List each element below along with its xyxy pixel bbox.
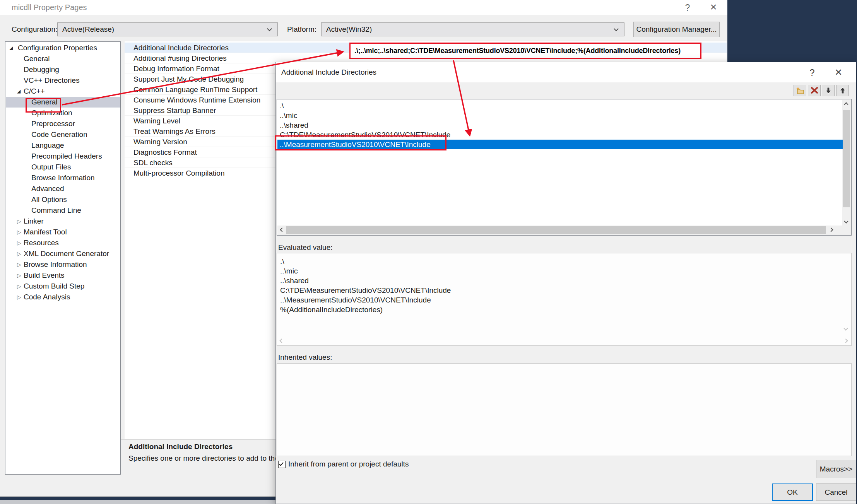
scrollbar-corner bbox=[842, 226, 851, 235]
evaluated-value-item: ..\MeasurementStudioVS2010\VCNET\Include bbox=[277, 295, 826, 305]
scroll-left-icon bbox=[279, 338, 284, 343]
scrollbar-thumb[interactable] bbox=[286, 226, 826, 234]
directories-listbox[interactable]: .\..\mic..\sharedC:\TDE\MeasurementStudi… bbox=[277, 99, 852, 236]
tree-item-label: Linker bbox=[24, 216, 44, 227]
tree-item-label: Debugging bbox=[24, 64, 59, 75]
tree-item[interactable]: ▷Code Analysis bbox=[6, 292, 120, 302]
directory-list-item[interactable]: ..\shared bbox=[277, 120, 843, 130]
tree-item-label: Manifest Tool bbox=[24, 227, 67, 237]
close-icon[interactable]: × bbox=[705, 0, 722, 15]
evaluated-value-item: ..\mic bbox=[277, 266, 826, 276]
directory-list-item[interactable]: .\ bbox=[277, 101, 843, 111]
scrollbar-thumb[interactable] bbox=[843, 110, 850, 207]
inherit-checkbox[interactable] bbox=[278, 461, 286, 468]
configuration-label: Configuration: bbox=[12, 22, 57, 36]
collapsed-expander-icon[interactable]: ▷ bbox=[17, 270, 21, 281]
help-icon[interactable]: ? bbox=[679, 0, 696, 15]
red-x-icon bbox=[811, 87, 818, 94]
tree-item-label: Code Analysis bbox=[24, 292, 70, 302]
tree-item[interactable]: ▷Custom Build Step bbox=[6, 281, 120, 292]
evaluated-value-item: %(AdditionalIncludeDirectories) bbox=[277, 305, 826, 314]
tree-item[interactable]: Command Line bbox=[6, 205, 120, 216]
collapsed-expander-icon[interactable]: ▷ bbox=[17, 259, 21, 270]
description-text: Specifies one or more directories to add… bbox=[128, 453, 287, 463]
new-line-icon[interactable] bbox=[794, 85, 806, 96]
directory-list-item[interactable]: C:\TDE\MeasurementStudioVS2010\VCNET\Inc… bbox=[277, 130, 843, 140]
ok-button[interactable]: OK bbox=[772, 483, 813, 501]
inherited-values-label: Inherited values: bbox=[278, 353, 332, 362]
collapsed-expander-icon[interactable]: ▷ bbox=[17, 248, 21, 259]
tree-item-label: Build Events bbox=[24, 270, 65, 281]
tree-item[interactable]: All Options bbox=[6, 194, 120, 205]
move-up-icon[interactable] bbox=[836, 85, 849, 96]
tree-item[interactable]: General bbox=[6, 97, 120, 108]
evaluated-value-box: .\..\mic..\sharedC:\TDE\MeasurementStudi… bbox=[277, 253, 852, 346]
tree-item[interactable]: Code Generation bbox=[6, 129, 120, 140]
tree-item[interactable]: Output Files bbox=[6, 162, 120, 173]
delete-icon[interactable] bbox=[808, 85, 821, 96]
cancel-button[interactable]: Cancel bbox=[816, 483, 856, 501]
tree-item-label: Command Line bbox=[31, 205, 81, 216]
tree-item-label: All Options bbox=[31, 194, 67, 205]
configuration-tree: ◢Configuration PropertiesGeneralDebuggin… bbox=[5, 41, 121, 475]
tree-item[interactable]: ◢C/C++ bbox=[6, 86, 120, 97]
tree-item[interactable]: Optimization bbox=[6, 108, 120, 118]
configuration-manager-button[interactable]: Configuration Manager... bbox=[633, 22, 720, 37]
tree-item-label: VC++ Directories bbox=[24, 75, 80, 86]
platform-value: Active(Win32) bbox=[326, 25, 372, 33]
help-icon[interactable]: ? bbox=[803, 62, 821, 82]
expanded-expander-icon[interactable]: ◢ bbox=[9, 43, 13, 53]
horizontal-scrollbar[interactable] bbox=[277, 226, 843, 235]
tree-item-label: Custom Build Step bbox=[24, 281, 84, 292]
directory-list-item[interactable]: ..\mic bbox=[277, 111, 843, 120]
tree-item[interactable]: Debugging bbox=[6, 64, 120, 75]
evaluated-value-item: .\ bbox=[277, 256, 826, 266]
window-shadow bbox=[0, 500, 275, 504]
collapsed-expander-icon[interactable]: ▷ bbox=[17, 281, 21, 292]
macros-button[interactable]: Macros>> bbox=[816, 460, 856, 478]
tree-item-label: Output Files bbox=[31, 162, 71, 173]
tree-item[interactable]: Advanced bbox=[6, 183, 120, 194]
close-icon[interactable]: × bbox=[829, 62, 848, 82]
dialog-titlebar: Additional Include Directories ? × bbox=[276, 62, 856, 82]
tree-item[interactable]: ▷Linker bbox=[6, 216, 120, 227]
tree-item[interactable]: ▷XML Document Generator bbox=[6, 248, 120, 259]
inherited-values-box bbox=[277, 363, 852, 456]
collapsed-expander-icon[interactable]: ▷ bbox=[17, 292, 21, 302]
collapsed-expander-icon[interactable]: ▷ bbox=[17, 216, 21, 227]
tree-item[interactable]: ◢Configuration Properties bbox=[6, 43, 120, 53]
property-value-field[interactable]: .\;..\mic;..\shared;C:\TDE\MeasurementSt… bbox=[349, 43, 701, 59]
tree-item-label: General bbox=[24, 53, 50, 64]
tree-item[interactable]: Precompiled Headers bbox=[6, 151, 120, 162]
tree-item-label: Configuration Properties bbox=[18, 43, 97, 53]
platform-dropdown[interactable]: Active(Win32) bbox=[321, 22, 624, 36]
scroll-left-icon[interactable] bbox=[280, 227, 284, 232]
tree-item-label: Advanced bbox=[31, 183, 64, 194]
move-down-icon[interactable] bbox=[822, 85, 835, 96]
tree-item-label: General bbox=[31, 97, 58, 108]
tree-item-label: Optimization bbox=[31, 108, 72, 118]
tree-item[interactable]: Language bbox=[6, 140, 120, 151]
tree-item[interactable]: Browse Information bbox=[6, 173, 120, 183]
configuration-dropdown[interactable]: Active(Release) bbox=[57, 22, 278, 36]
collapsed-expander-icon[interactable]: ▷ bbox=[17, 227, 21, 237]
arrow-down-icon bbox=[824, 87, 832, 94]
tree-item[interactable]: ▷Build Events bbox=[6, 270, 120, 281]
tree-item[interactable]: ▷Manifest Tool bbox=[6, 227, 120, 237]
chevron-down-icon bbox=[267, 26, 272, 31]
scroll-right-icon[interactable] bbox=[829, 227, 833, 232]
tree-item[interactable]: ▷Browse Information bbox=[6, 259, 120, 270]
tree-item[interactable]: VC++ Directories bbox=[6, 75, 120, 86]
tree-item[interactable]: Preprocessor bbox=[6, 118, 120, 129]
vertical-scrollbar[interactable] bbox=[842, 100, 851, 226]
tree-item[interactable]: General bbox=[6, 53, 120, 64]
tree-item[interactable]: ▷Resources bbox=[6, 237, 120, 248]
evaluated-value-item: C:\TDE\MeasurementStudioVS2010\VCNET\Inc… bbox=[277, 285, 826, 295]
directory-list-item[interactable]: ..\MeasurementStudioVS2010\VCNET\Include bbox=[277, 140, 843, 149]
inherit-checkbox-label: Inherit from parent or project defaults bbox=[288, 458, 409, 471]
scroll-up-icon[interactable] bbox=[844, 102, 848, 106]
expanded-expander-icon[interactable]: ◢ bbox=[17, 86, 21, 97]
tree-item-label: Browse Information bbox=[31, 173, 95, 183]
scroll-down-icon[interactable] bbox=[844, 219, 848, 223]
collapsed-expander-icon[interactable]: ▷ bbox=[17, 237, 21, 248]
